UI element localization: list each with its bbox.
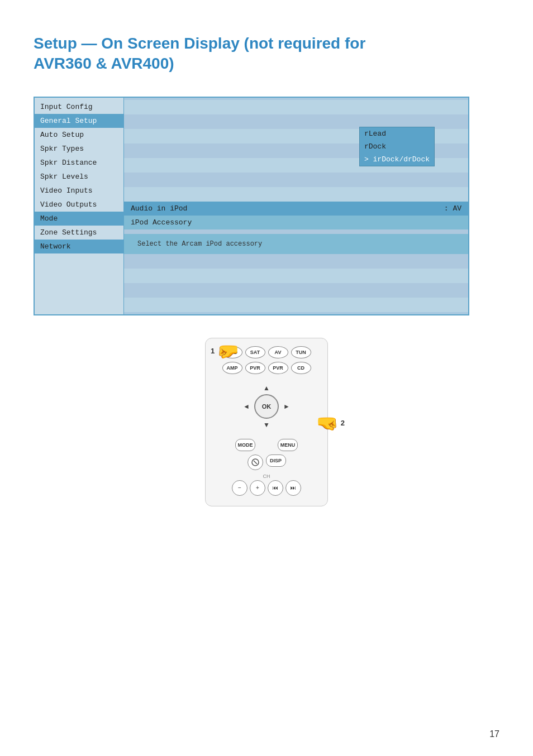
nav-up-button[interactable]: ▲: [259, 382, 274, 394]
av-button[interactable]: AV: [268, 346, 288, 358]
menu-item-video-inputs[interactable]: Video Inputs: [35, 184, 123, 198]
prev-button[interactable]: ⏮: [268, 480, 283, 496]
dropdown-rlead[interactable]: rLead: [360, 127, 434, 140]
callout-1-area: 1 🤜: [211, 341, 239, 362]
plus-button[interactable]: +: [250, 480, 265, 496]
nav-up-row: ▲: [259, 382, 274, 394]
nav-ok-button[interactable]: OK: [254, 394, 279, 419]
sat-button[interactable]: SAT: [245, 346, 265, 358]
osd-screen: Input Config General Setup Auto Setup Sp…: [34, 97, 469, 315]
menu-item-mode[interactable]: Mode: [35, 212, 123, 226]
status-row: Select the Arcam iPod accessory: [124, 234, 468, 254]
nav-right-button[interactable]: ►: [279, 400, 294, 413]
ch-label: CH: [215, 473, 318, 479]
ipod-accessory-label: iPod Accessory: [131, 218, 192, 227]
disp-button[interactable]: DISP: [266, 454, 286, 467]
nav-middle-row: ◄ OK ►: [239, 394, 294, 419]
osd-content: Audio in iPod : AV iPod Accessory rLead …: [124, 98, 468, 314]
next-button[interactable]: ⏭: [285, 480, 301, 496]
mute-button[interactable]: [248, 454, 263, 470]
accessory-dropdown: rLead rDock > irDock/drDock: [359, 127, 435, 166]
callout-2-area: 🤜 2: [316, 413, 345, 434]
audio-in-ipod-value: : AV: [444, 204, 461, 213]
menu-item-general-setup[interactable]: General Setup: [35, 114, 123, 128]
svg-line-1: [254, 461, 257, 464]
menu-item-auto-setup[interactable]: Auto Setup: [35, 128, 123, 142]
page-title: Setup — On Screen Display (not required …: [34, 34, 425, 74]
remote-nav: ▲ ◄ OK ► ▼: [215, 382, 318, 431]
menu-item-spkr-types[interactable]: Spkr Types: [35, 142, 123, 156]
status-text: Select the Arcam iPod accessory: [131, 237, 269, 251]
mute-icon: [251, 458, 259, 466]
pvr-button-1[interactable]: PVR: [245, 362, 265, 374]
menu-button[interactable]: MENU: [278, 439, 298, 451]
remote-icon-disp-row: DISP: [215, 454, 318, 470]
hand-right-icon: 🤜: [316, 413, 339, 434]
transport-row: − + ⏮ ⏭: [215, 480, 318, 496]
amp-button[interactable]: AMP: [222, 362, 242, 374]
callout-1-label: 1: [211, 347, 215, 355]
menu-item-spkr-levels[interactable]: Spkr Levels: [35, 170, 123, 184]
audio-in-ipod-label: Audio in iPod: [131, 204, 187, 213]
page-number: 17: [489, 729, 499, 739]
pvr-button-2[interactable]: PVR: [268, 362, 288, 374]
nav-down-row: ▼: [259, 419, 274, 431]
dropdown-rdock[interactable]: rDock: [360, 140, 434, 153]
menu-item-spkr-distance[interactable]: Spkr Distance: [35, 156, 123, 170]
tun-button[interactable]: TUN: [291, 346, 311, 358]
menu-item-network[interactable]: Network: [35, 240, 123, 253]
cd-button[interactable]: CD: [291, 362, 311, 374]
ipod-accessory-row: iPod Accessory rLead rDock > irDock/drDo…: [124, 216, 468, 229]
nav-down-button[interactable]: ▼: [259, 419, 274, 431]
menu-item-zone-settings[interactable]: Zone Settings: [35, 226, 123, 240]
remote-control: DVD SAT AV TUN AMP PVR PVR CD ▲: [205, 338, 328, 506]
remote-section: 1 🤜 🤜 2 DVD SAT AV TUN A: [34, 338, 499, 506]
remote-row2: AMP PVR PVR CD: [215, 362, 318, 374]
dropdown-irdock[interactable]: > irDock/drDock: [360, 153, 434, 166]
remote-wrapper: 1 🤜 🤜 2 DVD SAT AV TUN A: [183, 338, 350, 506]
remote-mode-menu-row: MODE MENU: [215, 439, 318, 451]
callout-2-label: 2: [341, 419, 345, 427]
hand-left-icon: 🤜: [217, 341, 239, 362]
menu-item-video-outputs[interactable]: Video Outputs: [35, 198, 123, 212]
menu-item-input-config[interactable]: Input Config: [35, 100, 123, 114]
osd-menu: Input Config General Setup Auto Setup Sp…: [35, 98, 124, 314]
audio-in-ipod-row: Audio in iPod : AV: [124, 202, 468, 216]
mode-button[interactable]: MODE: [235, 439, 255, 451]
minus-button[interactable]: −: [232, 480, 248, 496]
nav-left-button[interactable]: ◄: [239, 400, 254, 413]
